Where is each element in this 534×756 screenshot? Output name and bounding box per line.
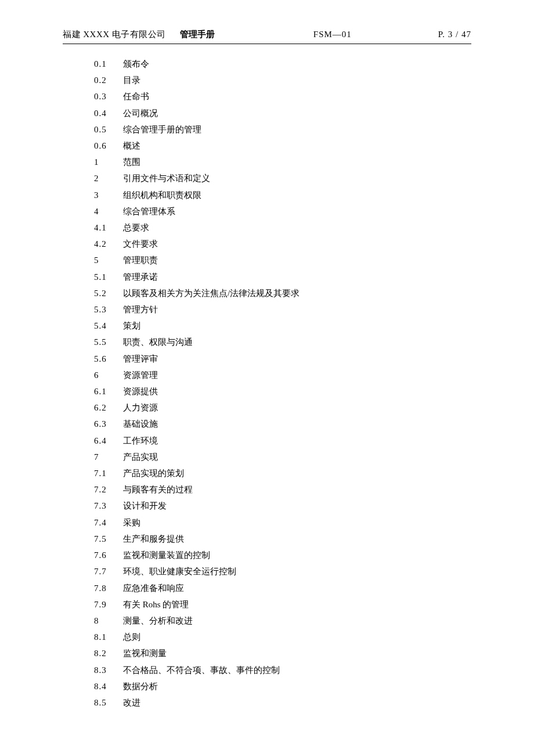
toc-number: 7.4 xyxy=(94,514,123,531)
page-header: 福建 XXXX 电子有限公司 管理手册 FSM—01 P. 3 / 47 xyxy=(63,29,471,44)
toc-text: 应急准备和响应 xyxy=(123,580,471,596)
toc-row: 8.1总则 xyxy=(94,629,471,645)
toc-text: 生产和服务提供 xyxy=(123,531,471,547)
toc-row: 7.3设计和开发 xyxy=(94,498,471,514)
toc-text: 以顾客及相关方为关注焦点/法律法规及其要求 xyxy=(123,285,471,301)
toc-row: 7.7环境、职业健康安全运行控制 xyxy=(94,563,471,579)
toc-number: 8.3 xyxy=(94,662,123,678)
toc-number: 8.4 xyxy=(94,678,123,694)
toc-number: 0.6 xyxy=(94,138,123,154)
toc-number: 6.1 xyxy=(94,383,123,399)
toc-text: 监视和测量装置的控制 xyxy=(123,547,471,563)
toc-text: 产品实现的策划 xyxy=(123,465,471,481)
table-of-contents: 0.1颁布令0.2目录0.3任命书0.4公司概况0.5综合管理手册的管理0.6概… xyxy=(63,56,471,711)
toc-number: 5.4 xyxy=(94,318,123,334)
toc-row: 0.2目录 xyxy=(94,72,471,88)
toc-text: 目录 xyxy=(123,72,471,88)
toc-number: 0.3 xyxy=(94,88,123,105)
toc-row: 0.4公司概况 xyxy=(94,105,471,121)
toc-row: 7.2与顾客有关的过程 xyxy=(94,481,471,498)
toc-text: 有关 Rohs 的管理 xyxy=(123,596,471,613)
toc-text: 产品实现 xyxy=(123,449,471,465)
toc-row: 8.2监视和测量 xyxy=(94,645,471,661)
toc-number: 0.5 xyxy=(94,121,123,138)
toc-text: 颁布令 xyxy=(123,56,471,72)
toc-number: 0.1 xyxy=(94,56,123,72)
toc-text: 文件要求 xyxy=(123,236,471,252)
toc-text: 与顾客有关的过程 xyxy=(123,481,471,498)
toc-row: 2引用文件与术语和定义 xyxy=(94,170,471,186)
toc-number: 0.4 xyxy=(94,105,123,121)
toc-row: 7产品实现 xyxy=(94,449,471,465)
toc-row: 8.3不合格品、不符合项、事故、事件的控制 xyxy=(94,662,471,678)
toc-row: 6.2人力资源 xyxy=(94,399,471,416)
toc-number: 7.2 xyxy=(94,481,123,498)
toc-number: 5.1 xyxy=(94,269,123,285)
toc-number: 6.3 xyxy=(94,416,123,432)
toc-text: 监视和测量 xyxy=(123,645,471,661)
toc-row: 7.4采购 xyxy=(94,514,471,531)
toc-number: 7.8 xyxy=(94,580,123,596)
toc-number: 4 xyxy=(94,203,123,219)
toc-text: 任命书 xyxy=(123,88,471,105)
toc-text: 资源提供 xyxy=(123,383,471,399)
toc-text: 总则 xyxy=(123,629,471,645)
toc-number: 4.1 xyxy=(94,219,123,236)
toc-text: 测量、分析和改进 xyxy=(123,613,471,629)
toc-text: 职责、权限与沟通 xyxy=(123,334,471,350)
toc-text: 数据分析 xyxy=(123,678,471,694)
toc-row: 0.3任命书 xyxy=(94,88,471,105)
toc-number: 1 xyxy=(94,154,123,170)
toc-text: 总要求 xyxy=(123,219,471,236)
toc-number: 6 xyxy=(94,367,123,383)
toc-text: 人力资源 xyxy=(123,399,471,416)
document-page: 福建 XXXX 电子有限公司 管理手册 FSM—01 P. 3 / 47 0.1… xyxy=(0,0,534,711)
document-number: FSM—01 xyxy=(313,30,352,39)
toc-row: 5.1管理承诺 xyxy=(94,269,471,285)
toc-row: 7.6监视和测量装置的控制 xyxy=(94,547,471,563)
toc-row: 1范围 xyxy=(94,154,471,170)
toc-text: 改进 xyxy=(123,694,471,711)
toc-row: 5.6管理评审 xyxy=(94,351,471,367)
toc-number: 7.1 xyxy=(94,465,123,481)
toc-text: 范围 xyxy=(123,154,471,170)
toc-number: 2 xyxy=(94,170,123,186)
toc-number: 3 xyxy=(94,187,123,203)
toc-row: 0.1颁布令 xyxy=(94,56,471,72)
page-number: P. 3 / 47 xyxy=(438,30,471,39)
toc-number: 7.3 xyxy=(94,498,123,514)
toc-text: 综合管理手册的管理 xyxy=(123,121,471,138)
toc-number: 8.2 xyxy=(94,645,123,661)
toc-row: 5.4策划 xyxy=(94,318,471,334)
company-name: 福建 XXXX 电子有限公司 xyxy=(63,29,166,40)
toc-row: 6资源管理 xyxy=(94,367,471,383)
toc-row: 5.5职责、权限与沟通 xyxy=(94,334,471,350)
toc-row: 7.8应急准备和响应 xyxy=(94,580,471,596)
toc-number: 5.6 xyxy=(94,351,123,367)
toc-text: 不合格品、不符合项、事故、事件的控制 xyxy=(123,662,471,678)
toc-number: 5.3 xyxy=(94,301,123,318)
toc-row: 3组织机构和职责权限 xyxy=(94,187,471,203)
toc-number: 0.2 xyxy=(94,72,123,88)
toc-text: 组织机构和职责权限 xyxy=(123,187,471,203)
toc-number: 7 xyxy=(94,449,123,465)
toc-number: 7.9 xyxy=(94,596,123,613)
toc-row: 6.3基础设施 xyxy=(94,416,471,432)
toc-text: 公司概况 xyxy=(123,105,471,121)
toc-text: 管理评审 xyxy=(123,351,471,367)
toc-number: 8.5 xyxy=(94,694,123,711)
toc-row: 0.5综合管理手册的管理 xyxy=(94,121,471,138)
toc-text: 管理职责 xyxy=(123,252,471,268)
toc-row: 5.2以顾客及相关方为关注焦点/法律法规及其要求 xyxy=(94,285,471,301)
toc-number: 5.5 xyxy=(94,334,123,350)
toc-text: 资源管理 xyxy=(123,367,471,383)
toc-text: 综合管理体系 xyxy=(123,203,471,219)
toc-number: 6.2 xyxy=(94,399,123,416)
toc-number: 8.1 xyxy=(94,629,123,645)
toc-number: 5 xyxy=(94,252,123,268)
toc-row: 4.2文件要求 xyxy=(94,236,471,252)
toc-text: 管理承诺 xyxy=(123,269,471,285)
toc-row: 8.5改进 xyxy=(94,694,471,711)
toc-row: 4.1总要求 xyxy=(94,219,471,236)
toc-text: 工作环境 xyxy=(123,433,471,449)
